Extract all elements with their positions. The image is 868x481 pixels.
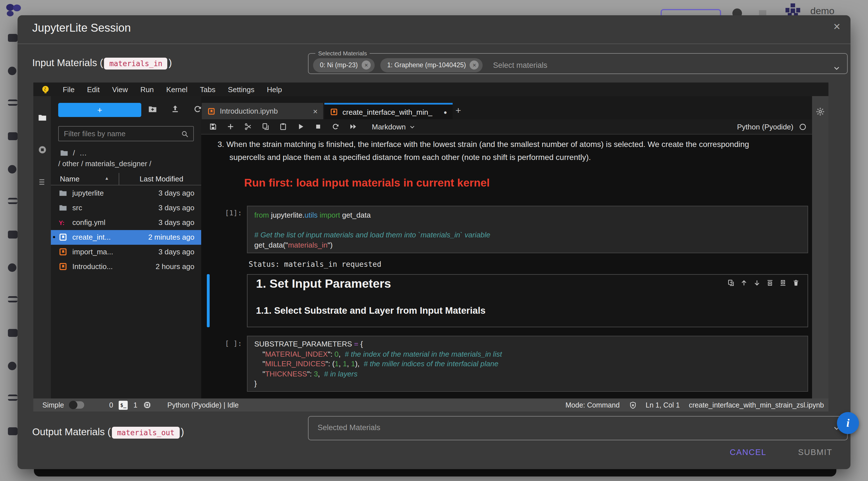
selected-materials-input[interactable]: Selected Materials 0: Ni (mp-23)×1: Grap… <box>308 50 848 74</box>
menu-kernel[interactable]: Kernel <box>160 85 193 94</box>
file-name: jupyterlite <box>72 189 104 197</box>
duplicate-cell-icon[interactable] <box>727 279 735 287</box>
trust-shield-icon <box>629 401 637 409</box>
filter-files-input[interactable]: Filter files by name <box>58 126 194 141</box>
submit-button[interactable]: SUBMIT <box>795 447 836 457</box>
output-materials-prefix: Output Materials ( <box>32 426 111 438</box>
move-down-icon[interactable] <box>753 279 761 287</box>
file-name: create_int... <box>72 233 111 241</box>
dialog-shadow <box>34 469 836 477</box>
upload-icon[interactable] <box>170 104 180 114</box>
chip-delete-icon[interactable]: × <box>470 60 479 69</box>
column-divider <box>119 173 119 185</box>
chevron-down-icon[interactable] <box>833 64 840 72</box>
menu-settings[interactable]: Settings <box>221 85 260 94</box>
file-row[interactable]: Introductio...2 hours ago <box>51 260 201 274</box>
sort-asc-icon[interactable]: ▲ <box>104 176 109 181</box>
material-chip[interactable]: 0: Ni (mp-23)× <box>313 58 375 72</box>
table-of-contents-icon[interactable] <box>38 178 47 186</box>
delete-cell-icon[interactable] <box>792 279 800 287</box>
breadcrumb-ellipsis[interactable]: … <box>80 149 87 157</box>
cell-type-dropdown[interactable]: Markdown <box>372 122 415 131</box>
tab-bar: Introduction.ipynb×create_interface_with… <box>201 96 812 119</box>
kernel-name[interactable]: Python (Pyodide) <box>737 122 794 131</box>
paste-icon[interactable] <box>279 123 287 130</box>
search-icon <box>181 130 189 138</box>
insert-cell-above-icon[interactable] <box>766 279 774 287</box>
menu-run[interactable]: Run <box>134 85 160 94</box>
tab-label: create_interface_with_min_ <box>342 108 432 116</box>
tab-label: Introduction.ipynb <box>220 107 278 115</box>
code-cell-input[interactable]: SUBSTRATE_PARAMETERS = { "MATERIAL_INDEX… <box>247 336 808 392</box>
folder-file-icon <box>59 204 67 212</box>
file-modified: 3 days ago <box>158 189 194 197</box>
file-modified: 2 minutes ago <box>148 233 194 241</box>
code-cell-input[interactable]: from jupyterlite.utils import get_data #… <box>247 206 808 253</box>
material-chip-label: 1: Graphene (mp-1040425) <box>387 62 466 68</box>
tab-introduction-ipynb[interactable]: Introduction.ipynb× <box>202 103 323 119</box>
file-row[interactable]: Y:config.yml3 days ago <box>51 215 201 230</box>
right-sidebar-strip <box>812 96 829 398</box>
background-sidebar-icon <box>8 165 17 174</box>
jupyter-menu-bar: FileEditViewRunKernelTabsSettingsHelp <box>33 83 829 96</box>
kernels-count[interactable]: 1 <box>133 401 137 409</box>
screen: demo JupyterLite Session × Input Materia… <box>0 0 868 481</box>
material-chip-label: 0: Ni (mp-23) <box>320 62 358 68</box>
simple-mode-toggle[interactable] <box>69 401 84 409</box>
save-icon[interactable] <box>209 123 217 130</box>
file-row[interactable]: ●create_int...2 minutes ago <box>51 230 201 245</box>
cursor-position[interactable]: Ln 1, Col 1 <box>646 401 680 409</box>
column-name[interactable]: Name <box>60 175 80 183</box>
input-materials-label: Input Materials (materials_in) <box>32 57 172 69</box>
insert-cell-below-icon[interactable] <box>779 279 786 287</box>
file-row[interactable]: jupyterlite3 days ago <box>51 186 201 201</box>
file-browser-icon[interactable] <box>38 113 47 122</box>
restart-icon[interactable] <box>332 123 340 130</box>
menu-tabs[interactable]: Tabs <box>194 85 222 94</box>
markdown-cell-selected[interactable]: 1. Set Input Parameters 1.1. Select Subs… <box>247 274 808 327</box>
close-icon[interactable]: × <box>833 20 840 32</box>
running-sessions-icon[interactable] <box>38 145 47 154</box>
notebook-file-icon <box>59 233 67 241</box>
output-select-label: Selected Materials <box>318 423 380 432</box>
menu-view[interactable]: View <box>106 85 134 94</box>
menu-file[interactable]: File <box>57 85 81 94</box>
cancel-button[interactable]: CANCEL <box>726 447 770 457</box>
material-chip[interactable]: 1: Graphene (mp-1040425)× <box>380 58 483 72</box>
gear-icon[interactable] <box>816 108 825 116</box>
insert-cell-icon[interactable] <box>227 123 235 130</box>
folder-file-icon <box>59 189 67 197</box>
menu-help[interactable]: Help <box>260 85 288 94</box>
background-sidebar-icon <box>8 67 17 75</box>
section-heading: 1. Set Input Parameters <box>256 277 391 291</box>
background-sidebar-icon <box>8 263 17 272</box>
simple-mode-label: Simple <box>42 401 64 409</box>
file-row[interactable]: import_ma...3 days ago <box>51 245 201 260</box>
markdown-paragraph: 3. When the strain matching is finished,… <box>218 138 778 164</box>
tab-create-interface-with-min-[interactable]: create_interface_with_min_● <box>324 103 453 119</box>
copy-icon[interactable] <box>261 123 270 130</box>
filter-placeholder: Filter files by name <box>64 129 125 138</box>
cut-icon[interactable] <box>244 123 252 130</box>
new-folder-icon[interactable] <box>148 104 157 114</box>
file-row[interactable]: src3 days ago <box>51 201 201 215</box>
kernel-sessions-icon <box>143 401 151 409</box>
chip-delete-icon[interactable]: × <box>362 60 371 69</box>
run-icon[interactable] <box>297 123 305 130</box>
move-up-icon[interactable] <box>740 279 748 287</box>
new-launcher-button[interactable]: + <box>58 103 141 117</box>
new-tab-button[interactable]: + <box>456 105 461 116</box>
file-modified: 3 days ago <box>158 204 194 212</box>
breadcrumb[interactable]: / other / materials_designer / <box>58 159 151 168</box>
menu-edit[interactable]: Edit <box>81 85 106 94</box>
kernel-status-text[interactable]: Python (Pyodide) | Idle <box>167 401 239 409</box>
activity-bar <box>33 96 51 398</box>
close-icon[interactable]: × <box>313 107 318 116</box>
selected-materials-output[interactable]: Selected Materials <box>308 416 848 440</box>
column-last-modified[interactable]: Last Modified <box>140 175 183 183</box>
terminals-count[interactable]: 0 <box>109 401 113 409</box>
run-all-icon[interactable] <box>349 123 357 130</box>
stop-icon[interactable] <box>314 123 322 130</box>
info-button[interactable]: i <box>837 412 859 434</box>
home-folder-icon[interactable] <box>60 149 68 157</box>
